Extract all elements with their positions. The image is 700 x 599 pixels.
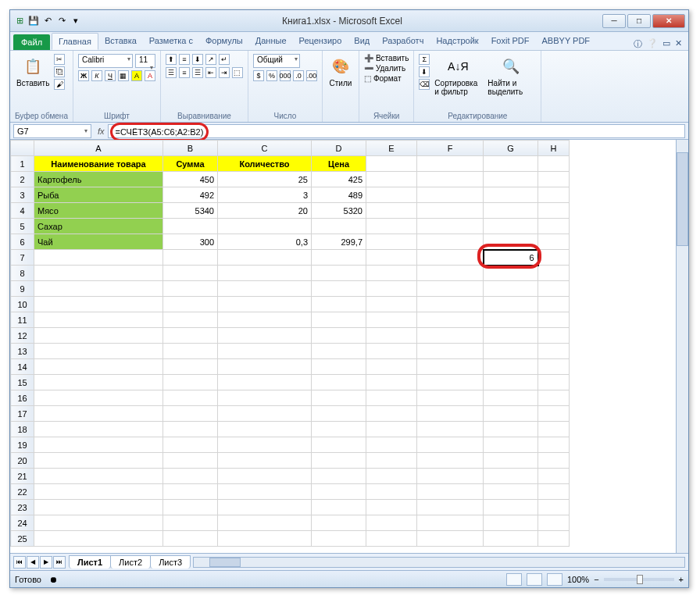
cell-D15[interactable] [312, 375, 366, 390]
spreadsheet[interactable]: ABCDEFGH1Наименование товараСуммаКоличес… [10, 140, 570, 547]
cell-H8[interactable] [538, 266, 570, 281]
cell-D8[interactable] [312, 266, 366, 281]
cell-C11[interactable] [218, 312, 312, 328]
cell-F15[interactable] [417, 375, 484, 390]
cell-E6[interactable] [366, 234, 417, 250]
cell-H22[interactable] [538, 484, 570, 500]
cell-H20[interactable] [538, 453, 570, 469]
column-header-G[interactable]: G [484, 141, 538, 156]
cell-E14[interactable] [366, 359, 417, 375]
cell-H4[interactable] [538, 203, 570, 219]
cell-E16[interactable] [366, 390, 417, 406]
cell-F11[interactable] [417, 312, 484, 328]
ribbon-tab-данные[interactable]: Данные [249, 33, 293, 50]
cell-G14[interactable] [484, 359, 538, 375]
row-header-5[interactable]: 5 [11, 219, 34, 234]
cell-D20[interactable] [312, 453, 366, 469]
cell-F22[interactable] [417, 484, 484, 500]
cell-G19[interactable] [484, 437, 538, 453]
cell-G5[interactable] [484, 219, 538, 234]
cell-C8[interactable] [218, 266, 312, 281]
cell-D3[interactable]: 489 [312, 187, 366, 203]
row-header-21[interactable]: 21 [11, 469, 34, 484]
undo-icon[interactable]: ↶ [41, 15, 54, 27]
cell-D19[interactable] [312, 437, 366, 453]
cell-E4[interactable] [366, 203, 417, 219]
zoom-out-button[interactable]: − [594, 575, 598, 584]
row-header-12[interactable]: 12 [11, 328, 34, 344]
cell-F18[interactable] [417, 422, 484, 437]
cell-B18[interactable] [163, 422, 218, 437]
ribbon-tab-abbyy pdf[interactable]: ABBYY PDF [536, 33, 597, 50]
cell-B6[interactable]: 300 [163, 234, 218, 250]
cell-H21[interactable] [538, 469, 570, 484]
cell-B16[interactable] [163, 390, 218, 406]
cell-F21[interactable] [417, 469, 484, 484]
cell-G22[interactable] [484, 484, 538, 500]
cell-B22[interactable] [163, 484, 218, 500]
cell-G11[interactable] [484, 312, 538, 328]
maximize-button[interactable]: □ [627, 14, 651, 28]
row-header-9[interactable]: 9 [11, 281, 34, 297]
cell-B20[interactable] [163, 453, 218, 469]
currency-icon[interactable]: $ [253, 70, 264, 81]
clear-icon[interactable]: ⌫ [419, 79, 430, 90]
ribbon-tab-надстройк[interactable]: Надстройк [430, 33, 484, 50]
cell-A21[interactable] [34, 469, 163, 484]
cell-D22[interactable] [312, 484, 366, 500]
cell-A1[interactable]: Наименование товара [34, 156, 163, 172]
cell-E18[interactable] [366, 422, 417, 437]
decrease-decimal-icon[interactable]: .00 [306, 70, 317, 81]
name-box[interactable]: G7 [13, 124, 91, 138]
cell-B3[interactable]: 492 [163, 187, 218, 203]
minimize-button[interactable]: ─ [602, 14, 626, 28]
cell-E24[interactable] [366, 515, 417, 531]
cell-E21[interactable] [366, 469, 417, 484]
cell-F10[interactable] [417, 297, 484, 312]
cell-F3[interactable] [417, 187, 484, 203]
cell-E15[interactable] [366, 375, 417, 390]
cell-D16[interactable] [312, 390, 366, 406]
cell-G17[interactable] [484, 406, 538, 422]
cell-D5[interactable] [312, 219, 366, 234]
cell-B13[interactable] [163, 344, 218, 359]
cell-H13[interactable] [538, 344, 570, 359]
cell-D13[interactable] [312, 344, 366, 359]
cell-H11[interactable] [538, 312, 570, 328]
cell-H18[interactable] [538, 422, 570, 437]
cell-G18[interactable] [484, 422, 538, 437]
cell-H19[interactable] [538, 437, 570, 453]
cell-C2[interactable]: 25 [218, 172, 312, 187]
cell-D4[interactable]: 5320 [312, 203, 366, 219]
cell-A2[interactable]: Картофель [34, 172, 163, 187]
cell-C7[interactable] [218, 250, 312, 266]
cell-B21[interactable] [163, 469, 218, 484]
cell-A11[interactable] [34, 312, 163, 328]
cell-H2[interactable] [538, 172, 570, 187]
cell-G7[interactable]: 6 [484, 250, 538, 266]
cell-C10[interactable] [218, 297, 312, 312]
cell-B10[interactable] [163, 297, 218, 312]
save-icon[interactable]: 💾 [27, 15, 40, 27]
number-format-combo[interactable]: Общий [253, 54, 300, 68]
cell-G1[interactable] [484, 156, 538, 172]
cell-B15[interactable] [163, 375, 218, 390]
cell-E10[interactable] [366, 297, 417, 312]
cell-F12[interactable] [417, 328, 484, 344]
cell-E5[interactable] [366, 219, 417, 234]
row-header-18[interactable]: 18 [11, 422, 34, 437]
cell-G21[interactable] [484, 469, 538, 484]
next-sheet-button[interactable]: ▶ [40, 556, 52, 569]
copy-icon[interactable]: ⿻ [54, 66, 65, 77]
cell-C19[interactable] [218, 437, 312, 453]
last-sheet-button[interactable]: ⏭ [53, 556, 66, 569]
cell-A22[interactable] [34, 484, 163, 500]
cell-C9[interactable] [218, 281, 312, 297]
cell-A7[interactable] [34, 250, 163, 266]
cell-E20[interactable] [366, 453, 417, 469]
cell-B11[interactable] [163, 312, 218, 328]
bold-icon[interactable]: Ж [78, 70, 89, 81]
cell-A25[interactable] [34, 531, 163, 547]
border-icon[interactable]: ▦ [118, 70, 129, 81]
cell-F19[interactable] [417, 437, 484, 453]
